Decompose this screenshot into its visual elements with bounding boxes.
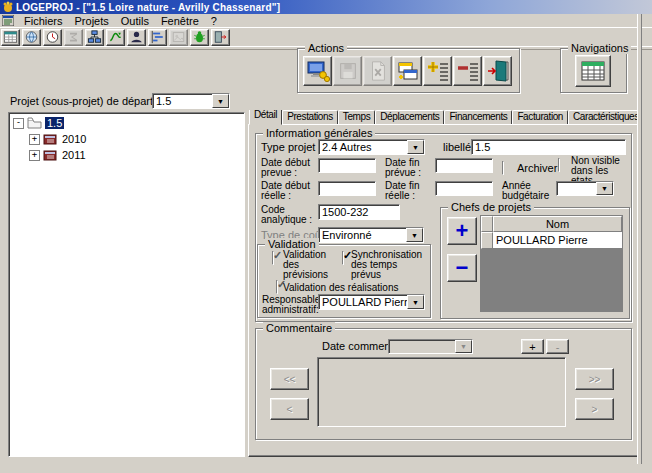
comment-next-button: >	[575, 398, 614, 420]
title-bar[interactable]: LOGEPROJ - ["1.5 Loire nature - Avrilly …	[0, 0, 652, 14]
quit-door-icon	[486, 59, 510, 83]
type-projet-combo[interactable]: 2.4 Autres ▼	[318, 139, 425, 155]
code-analytique-input[interactable]	[318, 204, 400, 220]
menu-outils[interactable]: Outils	[115, 15, 155, 27]
comment-remove-button: -	[546, 339, 569, 354]
remove-list-icon	[456, 59, 480, 83]
export-page-icon	[367, 60, 389, 82]
monitor-gears-icon	[306, 59, 330, 83]
navigation-table-button[interactable]	[575, 55, 611, 87]
tree-row-2010[interactable]: + 2010	[9, 131, 244, 147]
project-tree[interactable]: - 1.5 + 2010 + 2011	[8, 112, 245, 457]
date-fin-prevue-label: Date fin prévue :	[385, 158, 433, 178]
action-quit-button[interactable]	[483, 56, 512, 86]
chef-remove-button[interactable]: −	[447, 254, 477, 282]
chevron-down-icon[interactable]: ▼	[212, 94, 229, 108]
exit-door-icon	[213, 30, 228, 44]
information-generales-label: Information générales	[263, 127, 375, 139]
minus-icon: -	[556, 341, 560, 353]
tree-node-2010-label[interactable]: 2010	[60, 133, 88, 145]
toolbar-exit-button[interactable]	[211, 29, 230, 46]
chefs-row-name-cell[interactable]: POULLARD Pierre	[493, 232, 622, 249]
prev-icon: <	[287, 404, 293, 415]
toolbar-bug-button[interactable]	[190, 29, 209, 46]
chefs-table[interactable]: Nom POULLARD Pierre	[480, 215, 623, 312]
project-node-icon	[27, 117, 42, 129]
action-execute-button[interactable]	[303, 56, 332, 86]
validation-realisations-label: Validation des réalisations	[283, 283, 423, 293]
comment-add-button[interactable]: +	[521, 339, 544, 354]
archiver-checkbox[interactable]	[502, 161, 504, 175]
tree-row-root[interactable]: - 1.5	[9, 115, 244, 131]
chef-add-button[interactable]: +	[447, 217, 477, 245]
project-selector-value: 1.5	[153, 95, 212, 107]
app-icon	[2, 1, 14, 13]
non-visible-checkbox[interactable]	[558, 158, 560, 172]
date-fin-prevue-input[interactable]	[435, 158, 493, 173]
clock-icon	[45, 30, 60, 44]
menu-projets[interactable]: Projets	[69, 15, 115, 27]
tree-row-2011[interactable]: + 2011	[9, 147, 244, 163]
date-debut-reelle-input[interactable]	[318, 181, 376, 196]
toolbar-user-button[interactable]	[127, 29, 146, 46]
libelle-input[interactable]	[471, 139, 626, 155]
toolbar-org-chart-button[interactable]	[85, 29, 104, 46]
commentaire-group-label: Commentaire	[263, 322, 335, 334]
archiver-label: Archiver	[517, 163, 557, 174]
mdi-child-icon[interactable]	[2, 15, 14, 26]
chefs-row-selector-cell[interactable]	[481, 232, 493, 249]
logeproj-window: LOGEPROJ - ["1.5 Loire nature - Avrilly …	[0, 0, 652, 473]
toolbar-gantt-chart-button[interactable]	[148, 29, 167, 46]
tab-detail[interactable]: Détail	[249, 110, 282, 125]
menu-help[interactable]: ?	[205, 15, 223, 27]
collapse-icon[interactable]: -	[13, 118, 24, 129]
chefs-table-header-row: Nom	[481, 216, 622, 232]
toolbar-clock-button[interactable]	[43, 29, 62, 46]
date-debut-prevue-input[interactable]	[318, 158, 376, 173]
project-selector-combo[interactable]: 1.5 ▼	[152, 93, 230, 109]
action-duplicate-button[interactable]	[393, 56, 422, 86]
tab-temps[interactable]: Temps	[338, 110, 375, 125]
tab-financements[interactable]: Financements	[444, 110, 512, 125]
toolbar-globe-button[interactable]	[22, 29, 41, 46]
org-chart-icon	[87, 30, 102, 44]
date-fin-reelle-input[interactable]	[435, 181, 493, 196]
tab-deplacements[interactable]: Déplacements	[375, 110, 444, 125]
navigations-group: Navigations	[560, 48, 627, 93]
validation-previsions-checkbox[interactable]	[272, 251, 274, 265]
validation-realisations-checkbox[interactable]	[276, 280, 278, 294]
type-de-cout-combo[interactable]: Environné ▼	[318, 227, 424, 243]
synchronisation-checkbox[interactable]	[342, 251, 344, 265]
toolbar-table-button[interactable]	[1, 29, 20, 46]
actions-group-label: Actions	[305, 42, 347, 54]
chefs-table-row[interactable]: POULLARD Pierre	[481, 232, 622, 249]
chevron-down-icon[interactable]: ▼	[407, 140, 424, 154]
tree-node-2011-label[interactable]: 2011	[60, 149, 88, 161]
annee-budgetaire-combo[interactable]: ▼	[556, 181, 614, 196]
curve-chart-icon	[108, 30, 123, 44]
type-projet-label: Type projet :	[261, 142, 322, 153]
responsable-combo[interactable]: POULLARD Pierre ▼	[318, 294, 425, 310]
tab-caracteristiques[interactable]: Caractéristiques	[568, 110, 640, 125]
expand-icon[interactable]: +	[29, 134, 40, 145]
tab-prestations[interactable]: Prestations	[282, 110, 338, 125]
year-node-icon	[43, 150, 57, 161]
chefs-table-corner-cell	[481, 216, 493, 232]
tab-facturation[interactable]: Facturation	[512, 110, 568, 125]
chevron-down-icon[interactable]: ▼	[407, 295, 424, 309]
chevron-down-icon[interactable]: ▼	[406, 228, 423, 242]
plus-icon: +	[456, 222, 469, 240]
tree-node-root-label[interactable]: 1.5	[45, 117, 64, 129]
chevron-down-icon[interactable]: ▼	[596, 182, 613, 195]
action-remove-button[interactable]	[453, 56, 482, 86]
responsable-value: POULLARD Pierre	[319, 296, 407, 308]
sum-icon	[66, 30, 81, 44]
date-debut-reelle-label: Date début réelle :	[261, 181, 315, 201]
toolbar-curve-chart-button[interactable]	[106, 29, 125, 46]
expand-icon[interactable]: +	[29, 150, 40, 161]
action-add-button[interactable]	[423, 56, 452, 86]
menu-fichiers[interactable]: Fichiers	[18, 15, 69, 27]
validation-previsions-label: Validation des prévisions	[283, 250, 341, 280]
plus-icon: +	[529, 341, 535, 353]
menu-fenetre[interactable]: Fenêtre	[155, 15, 205, 27]
